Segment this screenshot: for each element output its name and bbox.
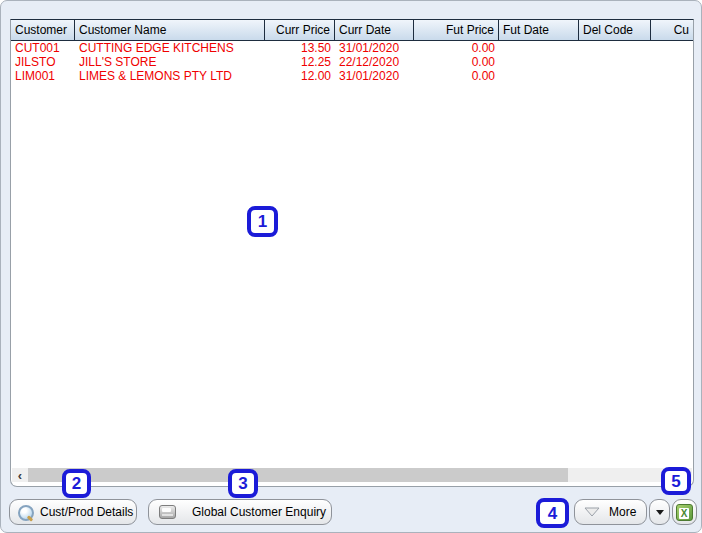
cell-fut-price: 0.00 xyxy=(414,41,499,55)
cell-curr-date: 31/01/2020 xyxy=(335,41,414,55)
horizontal-scrollbar[interactable]: ‹ › xyxy=(12,468,692,482)
column-header-fut-price[interactable]: Fut Price xyxy=(414,20,499,40)
cell-del-code xyxy=(579,69,651,83)
excel-icon-letter: X xyxy=(679,508,689,519)
cell-cu xyxy=(651,69,693,83)
more-label: More xyxy=(609,505,636,519)
table-row[interactable]: LIM001 LIMES & LEMONS PTY LTD 12.00 31/0… xyxy=(11,69,693,83)
cell-customer: CUT001 xyxy=(11,41,75,55)
excel-icon: X xyxy=(676,504,693,521)
table-row[interactable]: CUT001 CUTTING EDGE KITCHENS 13.50 31/01… xyxy=(11,41,693,55)
export-excel-button[interactable]: X xyxy=(672,499,697,525)
cell-del-code xyxy=(579,55,651,69)
enquiry-window: Customer Customer Name Curr Price Curr D… xyxy=(0,0,702,533)
cust-prod-details-button[interactable]: Cust/Prod Details xyxy=(9,499,137,525)
cust-prod-details-label: Cust/Prod Details xyxy=(40,505,133,519)
grid-header-row: Customer Customer Name Curr Price Curr D… xyxy=(11,20,693,41)
caret-down-icon xyxy=(656,510,664,515)
column-header-fut-date[interactable]: Fut Date xyxy=(499,20,579,40)
cell-curr-price: 13.50 xyxy=(265,41,335,55)
cell-cu xyxy=(651,41,693,55)
cell-customer: JILSTO xyxy=(11,55,75,69)
global-customer-enquiry-button[interactable]: Global Customer Enquiry xyxy=(148,499,332,525)
cell-customer-name: LIMES & LEMONS PTY LTD xyxy=(75,69,265,83)
cell-fut-price: 0.00 xyxy=(414,55,499,69)
more-dropdown-button[interactable] xyxy=(649,499,670,525)
global-customer-enquiry-label: Global Customer Enquiry xyxy=(192,505,326,519)
price-grid: Customer Customer Name Curr Price Curr D… xyxy=(10,19,694,487)
cell-del-code xyxy=(579,41,651,55)
column-header-customer-name[interactable]: Customer Name xyxy=(75,20,265,40)
cell-fut-price: 0.00 xyxy=(414,69,499,83)
more-button[interactable]: More xyxy=(574,499,647,525)
cell-curr-date: 31/01/2020 xyxy=(335,69,414,83)
column-header-cu[interactable]: Cu xyxy=(651,20,693,40)
scroll-left-arrow-icon[interactable]: ‹ xyxy=(12,468,28,482)
triangle-down-icon xyxy=(584,507,600,517)
annotation-badge-5: 5 xyxy=(661,467,691,495)
cell-fut-date xyxy=(499,41,579,55)
column-header-curr-price[interactable]: Curr Price xyxy=(265,20,335,40)
cell-curr-price: 12.00 xyxy=(265,69,335,83)
cell-fut-date xyxy=(499,69,579,83)
cell-curr-price: 12.25 xyxy=(265,55,335,69)
cell-cu xyxy=(651,55,693,69)
scrollbar-thumb[interactable] xyxy=(28,468,568,482)
cell-fut-date xyxy=(499,55,579,69)
cell-customer-name: CUTTING EDGE KITCHENS xyxy=(75,41,265,55)
annotation-badge-4: 4 xyxy=(536,498,569,528)
magnifier-icon xyxy=(18,505,33,520)
cell-customer-name: JILL'S STORE xyxy=(75,55,265,69)
table-row[interactable]: JILSTO JILL'S STORE 12.25 22/12/2020 0.0… xyxy=(11,55,693,69)
annotation-badge-1: 1 xyxy=(247,206,278,237)
cell-curr-date: 22/12/2020 xyxy=(335,55,414,69)
annotation-badge-3: 3 xyxy=(228,469,258,498)
cell-customer: LIM001 xyxy=(11,69,75,83)
cash-register-icon xyxy=(159,505,176,519)
column-header-curr-date[interactable]: Curr Date xyxy=(335,20,414,40)
column-header-customer[interactable]: Customer xyxy=(11,20,75,40)
annotation-badge-2: 2 xyxy=(62,469,91,498)
column-header-del-code[interactable]: Del Code xyxy=(579,20,651,40)
